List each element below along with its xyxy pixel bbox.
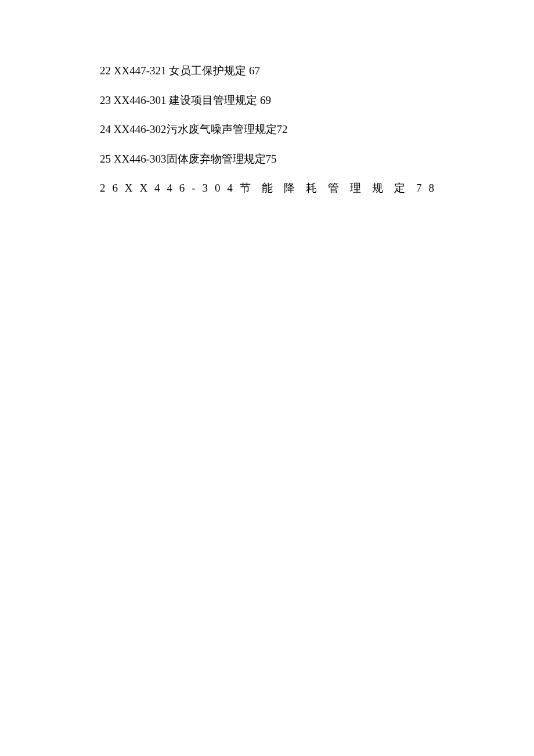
toc-entry-text: 22 XX447-321 女员工保护规定 67 (100, 64, 260, 77)
toc-entry: 24 XX446-302污水废气噪声管理规定72 (100, 121, 434, 138)
toc-entry: 2 6 X X 4 4 6 - 3 0 4 节 能 降 耗 管 理 规 定 7 … (100, 180, 434, 197)
toc-entry: 23 XX446-301 建设项目管理规定 69 (100, 92, 434, 109)
toc-container: 22 XX447-321 女员工保护规定 67 23 XX446-301 建设项… (100, 63, 434, 197)
toc-entry-text: 2 6 X X 4 4 6 - 3 0 4 节 能 降 耗 管 理 规 定 7 … (100, 182, 434, 194)
toc-entry-text: 25 XX446-303固体废弃物管理规定75 (100, 153, 277, 165)
toc-entry-text: 24 XX446-302污水废气噪声管理规定72 (100, 123, 288, 135)
toc-entry: 25 XX446-303固体废弃物管理规定75 (100, 151, 434, 168)
toc-entry: 22 XX447-321 女员工保护规定 67 (100, 63, 434, 80)
toc-entry-text: 23 XX446-301 建设项目管理规定 69 (100, 94, 271, 106)
